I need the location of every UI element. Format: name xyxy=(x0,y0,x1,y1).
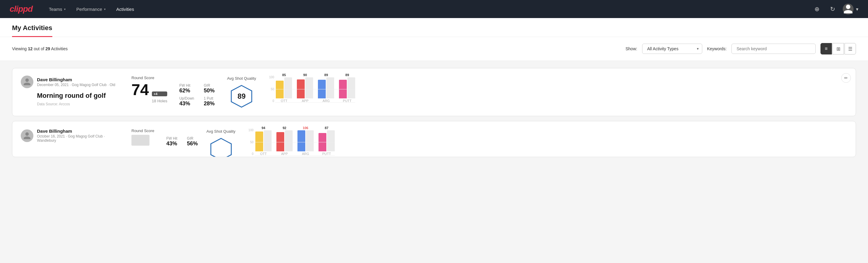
fw-hit-stat: FW Hit 43% xyxy=(166,136,178,147)
avg-shot-quality-label: Avg Shot Quality xyxy=(227,76,256,81)
bar-chart: 100 50 0 94 OTT xyxy=(244,128,335,157)
activity-card: Dave Billingham October 16, 2021 · Gog M… xyxy=(12,121,856,157)
list-detail-view-button[interactable]: ☰ xyxy=(844,43,856,55)
player-details: Dave Billingham December 05, 2021 · Gog … xyxy=(37,77,115,87)
chevron-down-icon: ▾ xyxy=(856,6,858,12)
nav-teams[interactable]: Teams ▾ xyxy=(44,4,69,14)
svg-marker-1 xyxy=(211,139,231,157)
search-input[interactable] xyxy=(732,43,816,54)
round-score-value: 74 xyxy=(131,82,149,97)
fw-hit-label: FW Hit xyxy=(166,136,178,141)
y-label-50: 50 xyxy=(250,141,253,144)
card-player-info: Dave Billingham October 16, 2021 · Gog M… xyxy=(21,128,123,145)
chevron-down-icon: ▾ xyxy=(64,7,66,11)
nav-performance[interactable]: Performance ▾ xyxy=(72,4,110,14)
player-date: October 16, 2021 · Gog Magog Golf Club ·… xyxy=(37,134,123,143)
navbar: clippd Teams ▾ Performance ▾ Activities … xyxy=(0,0,868,18)
round-score-badge: +4 xyxy=(152,91,167,96)
keywords-label: Keywords: xyxy=(707,46,726,51)
fw-hit-value: 62% xyxy=(179,88,194,94)
gir-value: 50% xyxy=(204,88,219,94)
viewing-count-text: Viewing 12 out of 29 Activities xyxy=(12,46,621,51)
activity-card: ✏ Dave Billingham December 05, 2021 · Go… xyxy=(12,68,856,116)
round-score-label: Round Score xyxy=(131,128,154,133)
filter-bar: Viewing 12 out of 29 Activities Show: Al… xyxy=(0,37,868,61)
player-name: Dave Billingham xyxy=(37,128,123,134)
hexagon xyxy=(209,137,233,157)
one-putt-value: 28% xyxy=(204,100,219,107)
hexagon-wrapper xyxy=(206,137,236,157)
bar-chart: 100 50 0 85 xyxy=(265,76,355,109)
player-info: Dave Billingham October 16, 2021 · Gog M… xyxy=(21,128,123,143)
card-player-info: Dave Billingham December 05, 2021 · Gog … xyxy=(21,76,123,106)
navbar-left: clippd Teams ▾ Performance ▾ Activities xyxy=(10,4,138,14)
up-down-label: Up/Down xyxy=(179,96,194,100)
viewing-number: 12 xyxy=(28,46,33,51)
grid-view-button[interactable]: ⊞ xyxy=(833,43,844,55)
refresh-button[interactable]: ↻ xyxy=(827,4,838,14)
y-label-50: 50 xyxy=(271,88,274,91)
one-putt-stat: 1 Putt 28% xyxy=(204,96,219,107)
user-menu[interactable]: ▾ xyxy=(843,4,858,14)
avg-shot-quality-label: Avg Shot Quality xyxy=(206,129,236,134)
player-details: Dave Billingham October 16, 2021 · Gog M… xyxy=(37,128,123,143)
page-header: My Activities xyxy=(0,18,868,37)
card-quality: Avg Shot Quality 89 100 50 xyxy=(227,76,847,109)
card-quality: Avg Shot Quality 100 50 0 xyxy=(206,128,847,157)
y-label-100: 100 xyxy=(269,76,274,79)
avatar xyxy=(21,76,33,88)
secondary-stats-group: FW Hit 62% GIR 50% Up/Down 43% 1 Putt 28… xyxy=(179,76,219,107)
avatar xyxy=(843,4,854,14)
gir-stat: GIR 50% xyxy=(204,83,219,94)
round-score-group: Round Score 74 +4 18 Holes xyxy=(131,76,167,107)
player-date: December 05, 2021 · Gog Magog Golf Club … xyxy=(37,83,115,87)
add-button[interactable]: ⊕ xyxy=(811,4,822,14)
round-score-wrapper: 74 +4 18 Holes xyxy=(131,82,167,103)
card-stats: Round Score 74 +4 18 Holes FW Hit 62% xyxy=(131,76,219,107)
view-toggles: ≡ ⊞ ☰ xyxy=(820,43,856,55)
hex-score: 89 xyxy=(238,92,246,100)
nav-links: Teams ▾ Performance ▾ Activities xyxy=(44,4,138,14)
secondary-stats-group: FW Hit 43% GIR 56% xyxy=(166,128,198,147)
activity-type-select[interactable]: All Activity Types xyxy=(642,43,702,54)
gir-label: GIR xyxy=(204,83,219,88)
stats-grid: FW Hit 43% GIR 56% xyxy=(166,136,198,147)
round-score-placeholder xyxy=(131,135,150,146)
activities-list: ✏ Dave Billingham December 05, 2021 · Go… xyxy=(0,61,868,164)
gir-value: 56% xyxy=(187,141,198,147)
up-down-value: 43% xyxy=(179,100,194,107)
round-score-label: Round Score xyxy=(131,76,167,80)
viewing-total: 29 xyxy=(45,46,50,51)
hexagon-wrapper: 89 xyxy=(227,84,256,108)
fw-hit-stat: FW Hit 62% xyxy=(179,83,194,94)
nav-activities[interactable]: Activities xyxy=(112,4,138,14)
y-label-100: 100 xyxy=(248,128,253,132)
show-label: Show: xyxy=(626,46,637,51)
one-putt-label: 1 Putt xyxy=(204,96,219,100)
round-score-group: Round Score xyxy=(131,128,154,147)
up-down-stat: Up/Down 43% xyxy=(179,96,194,107)
fw-hit-label: FW Hit xyxy=(179,83,194,88)
card-stats: Round Score FW Hit 43% GIR 56% xyxy=(131,128,198,147)
y-label-0: 0 xyxy=(252,152,253,155)
list-compact-view-button[interactable]: ≡ xyxy=(820,43,832,55)
player-info: Dave Billingham December 05, 2021 · Gog … xyxy=(21,76,123,88)
gir-label: GIR xyxy=(187,136,198,141)
avatar xyxy=(21,129,33,142)
y-label-0: 0 xyxy=(273,99,274,103)
hexagon: 89 xyxy=(229,84,253,108)
activity-type-select-wrapper: All Activity Types ▾ xyxy=(642,43,702,54)
fw-hit-value: 43% xyxy=(166,141,178,147)
logo: clippd xyxy=(10,4,32,14)
data-source: Data Source: Arccos xyxy=(21,102,123,106)
holes-text: 18 Holes xyxy=(152,99,167,103)
gir-stat: GIR 56% xyxy=(187,136,198,147)
chevron-down-icon: ▾ xyxy=(104,7,105,11)
activity-title: Morning round of golf xyxy=(21,92,123,99)
page-title: My Activities xyxy=(12,18,52,37)
stats-grid: FW Hit 62% GIR 50% Up/Down 43% 1 Putt 28… xyxy=(179,83,219,107)
player-name: Dave Billingham xyxy=(37,77,115,82)
navbar-right: ⊕ ↻ ▾ xyxy=(811,4,858,14)
edit-button[interactable]: ✏ xyxy=(841,73,851,83)
